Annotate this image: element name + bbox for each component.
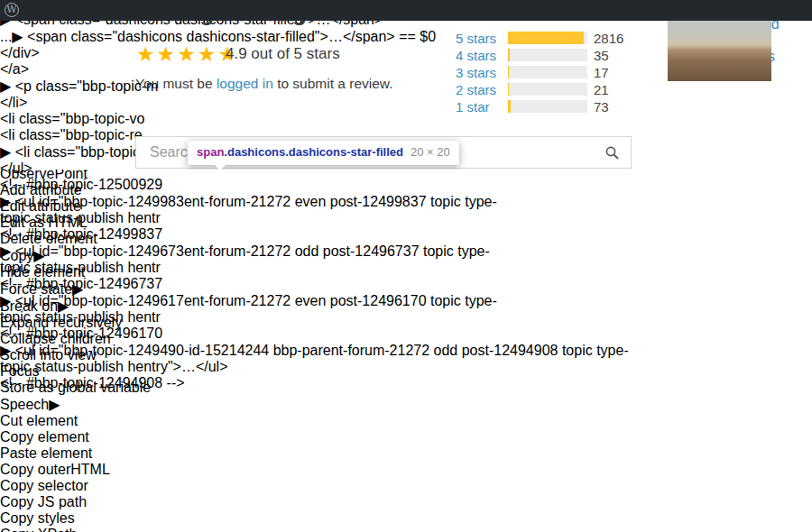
rating-bar-fill [508,100,511,113]
dom-node-line[interactable]: ▶ <ul id="bbp-topic-1249490-id-15214244 … [0,342,812,359]
rating-row: 4 stars35 [456,47,663,64]
screenshot-root: Average Rating 2,962 reviews ★★★★★ 4.9 o… [0,0,812,532]
rating-stars-link[interactable]: 1 star [456,99,490,115]
wp-admin-bar: W [0,0,812,21]
rating-row: 3 stars17 [456,64,663,81]
rating-count: 2816 [594,31,623,46]
submenu-item-copy-selector[interactable]: Copy selector [0,478,812,494]
rating-bar [508,49,587,61]
rating-stars-link[interactable]: 4 stars [456,48,496,63]
dom-node-line[interactable]: topic status-publish hentr [0,309,812,326]
code-text: </li> [0,95,27,110]
code-text: </a> [0,61,29,77]
tooltip-dimensions: 20 × 20 [411,145,450,159]
dom-node-line[interactable]: <!-- #bbp-topic-12496737 [0,276,812,292]
code-text: topic status-publish hentry">…</ul> [0,359,228,374]
code-text: <!-- #bbp-topic-12496737 [0,276,162,291]
submenu-item-copy-js-path[interactable]: Copy JS path [0,494,812,510]
rating-bar-fill [508,66,509,78]
rating-stars-link[interactable]: 3 stars [456,65,496,80]
copy-submenu: Cut elementCopy elementPaste elementCopy… [0,413,812,532]
submenu-item-copy-styles[interactable]: Copy styles [0,510,812,527]
dom-node-line[interactable]: <!-- #bbp-topic-12499837 [0,226,812,243]
rating-count: 21 [594,82,609,97]
code-text: ▶ <li class="bbp-topic-fr [0,144,153,160]
code-text: ▶ <ul id="bbp-topic-1249617 [0,293,184,308]
rating-bar [508,32,587,44]
code-text: <!-- #bbp-topic-12500929 [0,177,162,192]
rating-stars-link[interactable]: 5 stars [456,31,496,46]
code-text: ▶ <p class="bbp-topic-m [0,78,158,94]
code-text: <!-- #bbp-topic-12499837 [0,226,162,242]
rating-bar-fill [508,49,510,61]
element-inspect-tooltip: span.dashicons.dashicons-star-filled20 ×… [188,141,459,165]
rating-row: 5 stars2816 [456,30,663,47]
rating-bar [508,83,587,96]
dom-node-line[interactable]: topic status-publish hentry">…</ul> [0,359,812,375]
dom-node-line[interactable]: <!-- #bbp-topic-12496170 [0,326,812,342]
code-text: ▶ <span class="dashicons dashicons-star-… [12,29,436,44]
tooltip-classes: .dashicons.dashicons-star-filled [224,145,403,159]
dom-node-line[interactable]: ▶ <ul id="bbp-topic-1249983ent-forum-212… [0,193,812,210]
rating-count: 35 [594,48,609,63]
rating-count: 17 [594,65,609,80]
gutter-ellipsis: ... [0,29,12,44]
rating-bar-fill [508,32,584,44]
tooltip-tag-name: span [197,145,224,159]
rating-stars-link[interactable]: 2 stars [456,82,496,97]
rating-bar [508,66,587,78]
submenu-item-cut-element[interactable]: Cut element [0,413,812,429]
rating-row: 2 stars21 [456,81,663,98]
code-text: <li class="bbp-topic-re [0,127,143,142]
rating-breakdown: 5 stars28164 stars353 stars172 stars211 … [456,30,663,115]
code-text-continuation: ent-forum-21272 even post-12496170 topic… [184,293,497,308]
code-text: ▶ <ul id="bbp-topic-1249490 [0,343,184,358]
code-text-continuation: ent-forum-21272 even post-12499837 topic… [184,194,497,209]
dom-node-line[interactable]: <!-- #bbp-topic-12494908 --> [0,375,812,391]
rating-count: 73 [594,99,609,115]
menu-item-speech[interactable]: Speech▶ [0,396,812,413]
code-text: </ul> [0,161,32,176]
submenu-item-copy-element[interactable]: Copy element [0,429,812,445]
code-text: <li class="bbp-topic-vo [0,111,144,126]
submenu-item-paste-element: Paste element [0,445,812,462]
code-text-continuation: -id-15214244 bbp-parent-forum-21272 odd … [184,343,629,358]
code-text: <!-- #bbp-topic-12494908 --> [0,375,185,390]
submenu-item-copy-xpath[interactable]: Copy XPath [0,527,812,532]
dom-node-line[interactable]: ▶ <ul id="bbp-topic-1249617ent-forum-212… [0,292,812,309]
tooltip-pointer [215,165,226,170]
rating-bar-fill [508,83,509,96]
wordpress-logo-icon[interactable]: W [5,3,19,17]
dom-node-line[interactable]: <!-- #bbp-topic-12500929 [0,177,812,193]
dom-node-line[interactable]: topic status-publish hentr [0,260,812,276]
code-text: </div> [0,45,40,60]
dom-node-line[interactable]: topic status-publish hentr [0,210,812,226]
code-text: topic status-publish hentr [0,210,161,225]
rating-row: 1 star73 [456,98,663,115]
code-text: topic status-publish hentr [0,260,161,275]
rating-bar [508,100,587,113]
code-text: topic status-publish hentr [0,309,161,325]
submenu-item-copy-outerhtml[interactable]: Copy outerHTML [0,462,812,478]
search-icon[interactable] [604,145,620,164]
code-text: ▶ <ul id="bbp-topic-1249673 [0,243,184,259]
photo-log [668,45,771,81]
page-sidebar: WP Fastest Cache Frequently Asked Questi… [668,0,812,170]
submenu-arrow-icon: ▶ [49,397,60,412]
code-text-continuation: ent-forum-21272 odd post-12496737 topic … [184,243,490,259]
code-text: ▶ <ul id="bbp-topic-1249983 [0,194,184,209]
code-text: <!-- #bbp-topic-12496170 [0,326,162,341]
dom-node-line[interactable]: ▶ <ul id="bbp-topic-1249673ent-forum-212… [0,243,812,260]
